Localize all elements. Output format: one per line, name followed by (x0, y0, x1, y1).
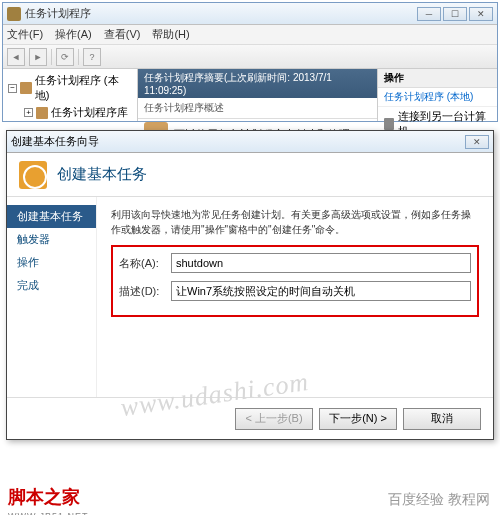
cancel-button[interactable]: 取消 (403, 408, 481, 430)
wizard-close-button[interactable]: ✕ (465, 135, 489, 149)
main-titlebar: 任务计划程序 ─ ☐ ✕ (3, 3, 497, 25)
tree-root-label: 任务计划程序 (本地) (35, 73, 132, 103)
desc-input[interactable] (171, 281, 471, 301)
app-icon (7, 7, 21, 21)
toolbar: ◄ ► ⟳ ? (3, 45, 497, 69)
menubar: 文件(F) 操作(A) 查看(V) 帮助(H) (3, 25, 497, 45)
wizard-description: 利用该向导快速地为常见任务创建计划。有关更多高级选项或设置，例如多任务操作或触发… (111, 207, 479, 237)
collapse-icon[interactable]: − (8, 84, 17, 93)
highlight-box: 名称(A): 描述(D): (111, 245, 479, 317)
help-icon[interactable]: ? (83, 48, 101, 66)
name-input[interactable] (171, 253, 471, 273)
actions-subheader: 任务计划程序 (本地) (378, 88, 497, 107)
center-panel: 任务计划程序摘要(上次刷新时间: 2013/7/1 11:09:25) 任务计划… (138, 69, 377, 121)
footer-right: 百度经验 教程网 (388, 491, 490, 509)
menu-help[interactable]: 帮助(H) (152, 27, 189, 42)
wizard-nav: 创建基本任务 触发器 操作 完成 (7, 197, 97, 397)
tree-child[interactable]: + 任务计划程序库 (22, 104, 134, 121)
nav-create-basic[interactable]: 创建基本任务 (7, 205, 96, 228)
actions-header: 操作 (378, 69, 497, 88)
main-window: 任务计划程序 ─ ☐ ✕ 文件(F) 操作(A) 查看(V) 帮助(H) ◄ ►… (2, 2, 498, 122)
refresh-icon[interactable]: ⟳ (56, 48, 74, 66)
nav-trigger[interactable]: 触发器 (7, 228, 96, 251)
back-button: < 上一步(B) (235, 408, 313, 430)
wizard-header-icon (19, 161, 47, 189)
wizard-header-title: 创建基本任务 (57, 165, 147, 184)
connect-icon (384, 118, 394, 130)
back-icon[interactable]: ◄ (7, 48, 25, 66)
nav-action[interactable]: 操作 (7, 251, 96, 274)
maximize-button[interactable]: ☐ (443, 7, 467, 21)
wizard-header: 创建基本任务 (7, 153, 493, 197)
expand-icon[interactable]: + (24, 108, 33, 117)
tree-child-label: 任务计划程序库 (51, 105, 128, 120)
tree-root[interactable]: − 任务计划程序 (本地) (6, 72, 134, 104)
name-label: 名称(A): (119, 256, 171, 271)
nav-finish[interactable]: 完成 (7, 274, 96, 297)
menu-action[interactable]: 操作(A) (55, 27, 92, 42)
close-button[interactable]: ✕ (469, 7, 493, 21)
wizard-content: 利用该向导快速地为常见任务创建计划。有关更多高级选项或设置，例如多任务操作或触发… (97, 197, 493, 397)
wizard-title: 创建基本任务向导 (11, 134, 99, 149)
footer-url: WWW.JB51.NET (8, 511, 89, 515)
next-button[interactable]: 下一步(N) > (319, 408, 397, 430)
actions-panel: 操作 任务计划程序 (本地) 连接到另一台计算机... 创建基本任务... (377, 69, 497, 121)
menu-file[interactable]: 文件(F) (7, 27, 43, 42)
minimize-button[interactable]: ─ (417, 7, 441, 21)
wizard-titlebar: 创建基本任务向导 ✕ (7, 131, 493, 153)
forward-icon[interactable]: ► (29, 48, 47, 66)
tree-panel: − 任务计划程序 (本地) + 任务计划程序库 (3, 69, 138, 121)
library-icon (36, 107, 48, 119)
center-subheader: 任务计划程序概述 (138, 98, 377, 119)
scheduler-icon (20, 82, 32, 94)
center-header: 任务计划程序摘要(上次刷新时间: 2013/7/1 11:09:25) (138, 69, 377, 98)
footer-logo: 脚本之家 (8, 485, 80, 509)
menu-view[interactable]: 查看(V) (104, 27, 141, 42)
window-title: 任务计划程序 (25, 6, 417, 21)
desc-label: 描述(D): (119, 284, 171, 299)
